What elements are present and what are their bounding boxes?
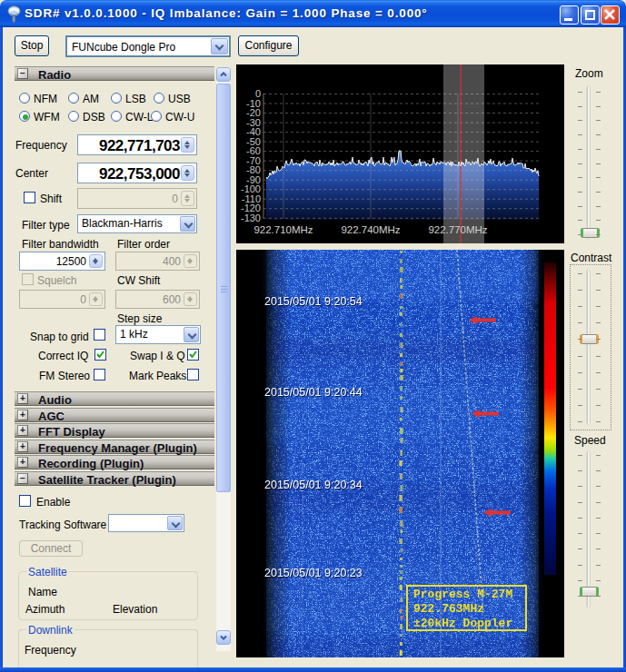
svg-text:-130: -130: [241, 212, 261, 223]
svg-text:922.770MHz: 922.770MHz: [428, 224, 487, 235]
svg-text:922.710MHz: 922.710MHz: [253, 224, 313, 235]
svg-text:922.740MHz: 922.740MHz: [341, 224, 400, 235]
